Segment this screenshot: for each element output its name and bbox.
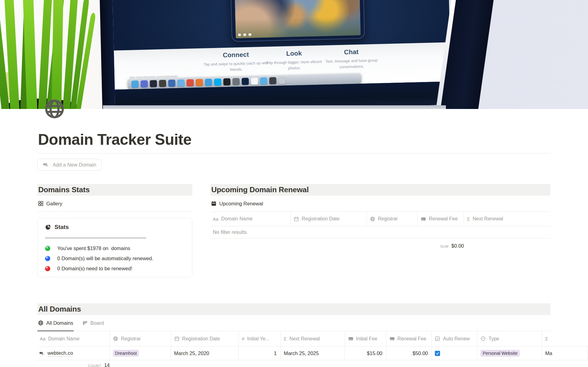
col-initial-years[interactable]: # Initial Ye... xyxy=(239,331,281,346)
count-aggregate[interactable]: COUNT 14 xyxy=(37,362,550,367)
sigma-icon: Σ xyxy=(284,336,287,341)
cell-renewal-fee[interactable]: $50.00 xyxy=(386,346,432,360)
cell-initial-fee[interactable]: $15.00 xyxy=(345,346,386,360)
all-domains-heading: All Domains xyxy=(37,303,550,315)
gallery-grid-icon xyxy=(38,201,43,206)
plant-photo xyxy=(0,0,95,109)
board-view-icon xyxy=(82,320,88,326)
col-next-renewal[interactable]: Σ Next Renewal xyxy=(464,212,550,226)
promo-chat: Chat Text, message and have group conver… xyxy=(316,47,387,70)
click-cursor-icon xyxy=(39,351,45,356)
terminal-icon xyxy=(223,78,231,85)
stats-divider-line xyxy=(45,238,146,238)
cell-registrar[interactable]: Dreamhost xyxy=(110,346,171,360)
col-renewal-fee[interactable]: Renewal Fee xyxy=(418,212,464,226)
click-cursor-icon xyxy=(43,162,49,168)
firefox-icon xyxy=(196,79,203,86)
eclipse-icon xyxy=(150,80,157,87)
credit-card-icon xyxy=(421,216,426,222)
blue-dot-icon xyxy=(45,256,50,261)
cell-formula-truncated[interactable]: Ma xyxy=(542,346,588,360)
upcoming-table-header: Aa Domain Name Registration Date xyxy=(210,212,550,226)
cell-type[interactable]: Personal Website xyxy=(477,346,542,360)
promo-chat-title: Chat xyxy=(316,47,387,57)
cell-domain-name[interactable]: webtech.co xyxy=(37,346,110,360)
col-renewal-fee[interactable]: Renewal Fee xyxy=(386,331,432,346)
col-registration-date[interactable]: Registration Date xyxy=(171,331,239,346)
col-domain-name[interactable]: Aa Domain Name xyxy=(210,212,291,226)
hash-icon: # xyxy=(242,336,244,341)
desk-surface xyxy=(103,105,446,109)
tab-board[interactable]: Board xyxy=(82,315,104,331)
auto-renew-checkbox[interactable] xyxy=(435,351,440,356)
cell-initial-years[interactable]: 1 xyxy=(239,346,281,360)
col-formula-truncated[interactable]: Σ xyxy=(542,331,588,346)
promo-chat-desc: Text, message and have group conversatio… xyxy=(316,57,387,70)
cell-registration-date[interactable]: March 25, 2020 xyxy=(171,346,239,360)
tab-upcoming-renewal[interactable]: Upcoming Renewal xyxy=(210,196,264,212)
stat-need-renew-text: 0 Domain(s) need to be renewed! xyxy=(57,266,132,272)
ipad-ui-icons xyxy=(238,33,251,36)
finder-icon xyxy=(131,80,139,88)
photoshop-icon xyxy=(242,78,249,85)
tab-all-domains[interactable]: All Domains xyxy=(37,315,74,331)
stat-item-need-renew: 0 Domain(s) need to be renewed! xyxy=(45,266,185,272)
count-label: COUNT xyxy=(88,364,101,367)
checkbox-outline-icon xyxy=(435,336,440,341)
add-new-domain-button[interactable]: Add a New Domain xyxy=(37,159,102,170)
col-registration-date[interactable]: Registration Date xyxy=(291,212,367,226)
all-domains-table-header: Aa Domain Name Registrar xyxy=(37,331,588,346)
page-cover-image: Connect Tap and swipe to quickly catch u… xyxy=(0,0,588,109)
stat-spent-text: You've spent $1978 on domains xyxy=(57,245,130,251)
page-icon-globe[interactable] xyxy=(44,98,65,120)
cell-next-renewal[interactable]: March 25, 2025 xyxy=(281,346,345,360)
domain-link[interactable]: webtech.co xyxy=(47,350,73,357)
calendar-icon xyxy=(174,336,179,341)
stats-card[interactable]: Stats You've spent $1978 on domains 0 Do… xyxy=(37,218,192,277)
col-type[interactable]: Type xyxy=(477,331,542,346)
tab-upcoming-renewal-label: Upcoming Renewal xyxy=(219,201,263,207)
sigma-icon: Σ xyxy=(545,336,548,341)
col-domain-name[interactable]: Aa Domain Name xyxy=(37,331,110,346)
col-auto-renew[interactable]: Auto Renew xyxy=(432,331,477,346)
skype-icon xyxy=(214,78,221,86)
all-domains-section: All Domains All Domains Board xyxy=(37,303,550,367)
col-next-renewal[interactable]: Σ Next Renewal xyxy=(281,331,345,346)
document-icon xyxy=(251,77,258,85)
globe-view-icon xyxy=(38,320,43,326)
cloud-app-icon xyxy=(177,79,185,87)
no-filter-results-text: No filter results. xyxy=(210,226,550,238)
cell-auto-renew[interactable] xyxy=(432,346,477,360)
cover-ipad xyxy=(230,0,365,42)
sublime-icon xyxy=(159,80,166,87)
sum-value: $0.00 xyxy=(451,243,464,249)
stat-item-spent: You've spent $1978 on domains xyxy=(45,245,185,251)
monitor-screen: Connect Tap and swipe to quickly catch u… xyxy=(113,0,452,109)
registrar-tag: Dreamhost xyxy=(113,350,139,357)
upcoming-renewal-heading: Upcoming Domain Renewal xyxy=(210,184,550,196)
col-registrar[interactable]: Registrar xyxy=(367,212,418,226)
text-icon: Aa xyxy=(40,336,45,341)
stats-card-title: Stats xyxy=(55,224,69,230)
credit-card-icon xyxy=(348,336,353,341)
maven-icon xyxy=(168,80,175,87)
folder-icon xyxy=(260,77,267,84)
tab-gallery[interactable]: Gallery xyxy=(37,196,63,212)
display-app-icon xyxy=(269,77,277,84)
pie-chart-icon xyxy=(45,224,51,230)
upcoming-renewal-section: Upcoming Domain Renewal Upcoming Renewal xyxy=(210,184,550,277)
count-value: 14 xyxy=(104,362,110,367)
safari-icon xyxy=(205,79,212,86)
sum-aggregate[interactable]: SUM $0.00 xyxy=(210,238,550,249)
col-initial-fee[interactable]: Initial Fee xyxy=(345,331,386,346)
title-divider xyxy=(37,153,550,153)
col-registrar[interactable]: Registrar xyxy=(110,331,171,346)
ipad-photo xyxy=(235,0,361,38)
tab-all-domains-label: All Domains xyxy=(46,320,73,326)
stat-item-auto-renew: 0 Domain(s) will be automatically renewe… xyxy=(45,256,185,261)
type-tag: Personal Website xyxy=(481,350,519,357)
cover-monitor: Connect Tap and swipe to quickly catch u… xyxy=(100,0,452,109)
chrome-icon xyxy=(187,79,194,86)
domains-stats-heading: Domains Stats xyxy=(37,184,192,196)
launcher-icon xyxy=(141,80,148,88)
